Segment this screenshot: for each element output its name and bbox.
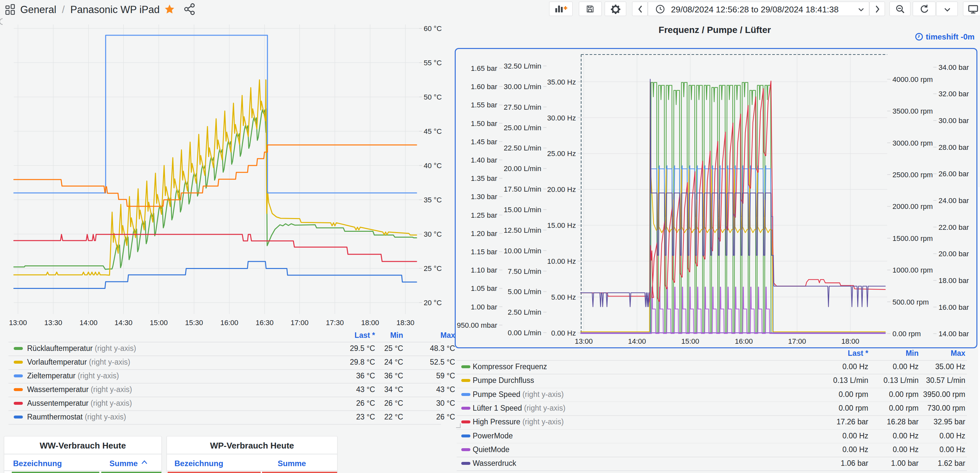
svg-text:1.45 bar: 1.45 bar [471,138,497,146]
svg-text:2.50 L/min: 2.50 L/min [508,308,541,316]
svg-text:16:00: 16:00 [735,337,752,345]
svg-text:14.00 bar: 14.00 bar [939,330,969,338]
svg-text:20.00 Hz: 20.00 Hz [547,186,576,194]
svg-text:45 °C: 45 °C [424,127,442,135]
svg-text:32.00 bar: 32.00 bar [939,90,969,98]
svg-text:4000.00 rpm: 4000.00 rpm [892,75,933,84]
svg-text:14:00: 14:00 [628,337,646,345]
svg-text:30.00 bar: 30.00 bar [939,116,969,125]
svg-text:1.60 bar: 1.60 bar [471,83,497,91]
svg-text:18:30: 18:30 [396,319,414,327]
svg-text:30.00 Hz: 30.00 Hz [547,114,576,122]
svg-text:3500.00 rpm: 3500.00 rpm [892,107,933,115]
svg-text:20.00 L/min: 20.00 L/min [504,165,541,173]
svg-text:18.00 bar: 18.00 bar [939,276,969,285]
svg-text:18:00: 18:00 [361,319,379,327]
svg-text:18:00: 18:00 [841,337,859,345]
svg-text:5.00 L/min: 5.00 L/min [508,287,541,296]
svg-text:1.50 bar: 1.50 bar [471,119,497,128]
svg-text:55 °C: 55 °C [424,59,442,67]
svg-text:1.40 bar: 1.40 bar [471,156,497,164]
svg-text:16.00 bar: 16.00 bar [939,303,969,311]
svg-text:15:30: 15:30 [185,319,203,327]
svg-text:25.00 Hz: 25.00 Hz [547,149,576,158]
svg-text:10.00 L/min: 10.00 L/min [504,247,541,255]
svg-text:15:00: 15:00 [681,337,699,345]
svg-text:0.00 rpm: 0.00 rpm [892,330,921,338]
svg-text:0.00 L/min: 0.00 L/min [508,329,541,337]
svg-text:1.15 bar: 1.15 bar [471,248,497,256]
svg-text:15:00: 15:00 [150,319,167,327]
svg-text:13:00: 13:00 [574,337,593,345]
svg-text:26.00 bar: 26.00 bar [939,170,969,178]
svg-text:60 °C: 60 °C [424,24,442,33]
svg-text:28.00 bar: 28.00 bar [939,143,969,151]
svg-text:17:30: 17:30 [326,319,344,327]
svg-text:1.25 bar: 1.25 bar [471,211,497,219]
svg-text:15.00 L/min: 15.00 L/min [504,206,541,214]
svg-text:50 °C: 50 °C [424,93,442,101]
svg-text:14:00: 14:00 [80,319,97,327]
svg-text:1.30 bar: 1.30 bar [471,193,497,201]
svg-text:30.00 L/min: 30.00 L/min [504,83,541,91]
svg-text:34.00 bar: 34.00 bar [939,63,969,71]
svg-text:2000.00 rpm: 2000.00 rpm [892,202,933,211]
svg-text:1000.00 rpm: 1000.00 rpm [892,266,933,274]
svg-text:1.55 bar: 1.55 bar [471,101,497,109]
svg-text:15.00 Hz: 15.00 Hz [547,221,576,230]
svg-text:1500.00 rpm: 1500.00 rpm [892,234,933,243]
svg-text:35 °C: 35 °C [424,196,442,204]
svg-text:35.00 Hz: 35.00 Hz [547,78,576,86]
svg-text:22.50 L/min: 22.50 L/min [504,144,541,152]
svg-text:10.00 Hz: 10.00 Hz [547,257,576,265]
svg-text:17.50 L/min: 17.50 L/min [504,185,541,193]
svg-text:1.20 bar: 1.20 bar [471,230,497,238]
svg-text:25 °C: 25 °C [424,264,442,273]
svg-text:13:00: 13:00 [9,319,27,327]
svg-text:27.50 L/min: 27.50 L/min [504,103,541,111]
svg-text:7.50 L/min: 7.50 L/min [508,267,541,276]
svg-text:1.00 bar: 1.00 bar [471,303,497,311]
svg-text:1.35 bar: 1.35 bar [471,174,497,183]
svg-text:5.00 Hz: 5.00 Hz [551,293,576,301]
svg-text:40 °C: 40 °C [424,162,442,170]
svg-text:950.00 mbar: 950.00 mbar [457,321,497,329]
svg-text:1.05 bar: 1.05 bar [471,284,497,292]
svg-text:17:00: 17:00 [788,337,806,345]
svg-text:12.50 L/min: 12.50 L/min [504,226,541,234]
svg-text:32.50 L/min: 32.50 L/min [504,62,541,70]
svg-text:1.65 bar: 1.65 bar [471,64,497,73]
svg-text:30 °C: 30 °C [424,230,442,238]
svg-text:0.00 Hz: 0.00 Hz [551,329,576,337]
svg-text:500.00 rpm: 500.00 rpm [892,298,929,306]
svg-text:13:30: 13:30 [44,319,62,327]
svg-text:14:30: 14:30 [115,319,132,327]
svg-text:20 °C: 20 °C [424,299,442,307]
svg-text:3000.00 rpm: 3000.00 rpm [892,139,933,147]
svg-text:20.00 bar: 20.00 bar [939,250,969,258]
svg-text:16:30: 16:30 [255,319,274,327]
svg-text:16:00: 16:00 [220,319,238,327]
svg-text:1.10 bar: 1.10 bar [471,266,497,274]
svg-text:24.00 bar: 24.00 bar [939,197,969,205]
svg-text:17:00: 17:00 [290,319,309,327]
svg-text:22.00 bar: 22.00 bar [939,223,969,232]
svg-text:2500.00 rpm: 2500.00 rpm [892,171,933,179]
svg-text:25.00 L/min: 25.00 L/min [504,124,541,132]
